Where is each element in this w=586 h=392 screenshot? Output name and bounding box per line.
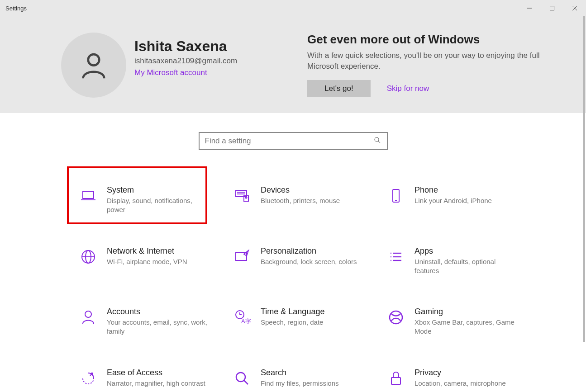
tile-desc: Display, sound, notifications, power [107,196,208,215]
tile-title: Gaming [414,307,516,316]
tile-apps[interactable]: AppsUninstall, defaults, optional featur… [384,238,524,284]
svg-point-26 [85,311,91,317]
content-area: SystemDisplay, sound, notifications, pow… [0,113,586,392]
phone-icon [386,185,406,206]
keyboard-icon [232,185,253,206]
globe-icon [78,246,99,267]
search-icon [373,136,381,146]
tile-title: Privacy [414,368,516,378]
tile-desc: Find my files, permissions [261,379,362,388]
maximize-button[interactable] [541,0,563,16]
avatar[interactable] [61,33,126,98]
tile-phone[interactable]: PhoneLink your Android, iPhone [384,177,524,223]
person-icon [78,307,99,328]
promo-title: Get even more out of Windows [307,33,556,47]
tile-search[interactable]: SearchFind my files, permissions [230,360,370,392]
laptop-icon [78,185,99,206]
scrollbar[interactable] [581,16,586,392]
minimize-button[interactable] [518,0,541,16]
tile-desc: Narrator, magnifier, high contrast [107,379,208,388]
svg-rect-34 [391,378,400,384]
titlebar: Settings [0,0,586,16]
display-name: Ishita Saxena [134,38,237,55]
svg-point-13 [246,197,247,198]
svg-line-6 [378,141,380,143]
maximize-icon [549,5,555,11]
tile-desc: Speech, region, date [261,318,362,327]
scrollbar-thumb[interactable] [583,16,585,342]
tiles-grid: SystemDisplay, sound, notifications, pow… [76,177,586,392]
svg-rect-7 [83,191,94,198]
tile-system[interactable]: SystemDisplay, sound, notifications, pow… [76,177,216,223]
close-icon [572,5,578,11]
window-title: Settings [5,5,27,12]
svg-text:A字: A字 [241,318,251,325]
tile-devices[interactable]: DevicesBluetooth, printers, mouse [230,177,370,223]
tile-title: Accounts [107,307,208,316]
tile-desc: Your accounts, email, sync, work, family [107,318,208,336]
user-icon [78,49,110,81]
accessibility-icon [78,368,99,389]
search-wrap [0,132,586,150]
tile-title: Time & Language [261,307,362,316]
tile-title: Devices [261,185,362,195]
tile-desc: Location, camera, microphone [414,379,516,388]
tile-title: Search [261,368,362,378]
tile-desc: Xbox Game Bar, captures, Game Mode [414,318,516,336]
tile-desc: Wi-Fi, airplane mode, VPN [107,257,208,266]
tile-network[interactable]: Network & InternetWi-Fi, airplane mode, … [76,238,216,284]
account-section: Ishita Saxena ishitasaxena2109@gmail.com… [61,33,287,98]
list-icon [386,246,406,267]
minimize-icon [527,5,532,11]
tile-title: System [107,185,208,195]
tile-title: Personalization [261,246,362,256]
tile-desc: Link your Android, iPhone [414,196,516,205]
account-email: ishitasaxena2109@gmail.com [134,57,237,66]
tile-desc: Bluetooth, printers, mouse [261,196,362,205]
tile-title: Ease of Access [107,368,208,378]
tile-desc: Background, lock screen, colors [261,257,362,266]
xbox-icon [386,307,406,328]
paintbrush-icon [232,246,253,267]
svg-rect-1 [550,6,554,10]
clock-language-icon: A字 [232,307,253,328]
search-box[interactable] [199,132,388,150]
tile-accounts[interactable]: AccountsYour accounts, email, sync, work… [76,299,216,345]
tile-time-language[interactable]: A字 Time & LanguageSpeech, region, date [230,299,370,345]
magnifier-icon [232,368,253,389]
window-controls [518,0,586,16]
tile-personalization[interactable]: PersonalizationBackground, lock screen, … [230,238,370,284]
tile-desc: Uninstall, defaults, optional features [414,257,516,276]
tile-gaming[interactable]: GamingXbox Game Bar, captures, Game Mode [384,299,524,345]
header-area: Ishita Saxena ishitasaxena2109@gmail.com… [0,16,586,113]
lock-icon [386,368,406,389]
svg-point-4 [88,54,100,65]
skip-link[interactable]: Skip for now [387,84,429,93]
tile-privacy[interactable]: PrivacyLocation, camera, microphone [384,360,524,392]
ms-account-link[interactable]: My Microsoft account [134,68,237,77]
lets-go-button[interactable]: Let's go! [307,80,371,97]
promo-section: Get even more out of Windows With a few … [307,33,556,98]
search-input[interactable] [205,137,373,146]
svg-point-31 [390,311,402,324]
tile-title: Network & Internet [107,246,208,256]
tile-ease-of-access[interactable]: Ease of AccessNarrator, magnifier, high … [76,360,216,392]
svg-line-33 [244,380,248,384]
tile-title: Apps [414,246,516,256]
promo-actions: Let's go! Skip for now [307,80,556,97]
account-text: Ishita Saxena ishitasaxena2109@gmail.com… [134,33,237,77]
promo-description: With a few quick selections, you'll be o… [307,50,556,72]
close-button[interactable] [563,0,586,16]
tile-title: Phone [414,185,516,195]
svg-point-5 [375,137,379,142]
